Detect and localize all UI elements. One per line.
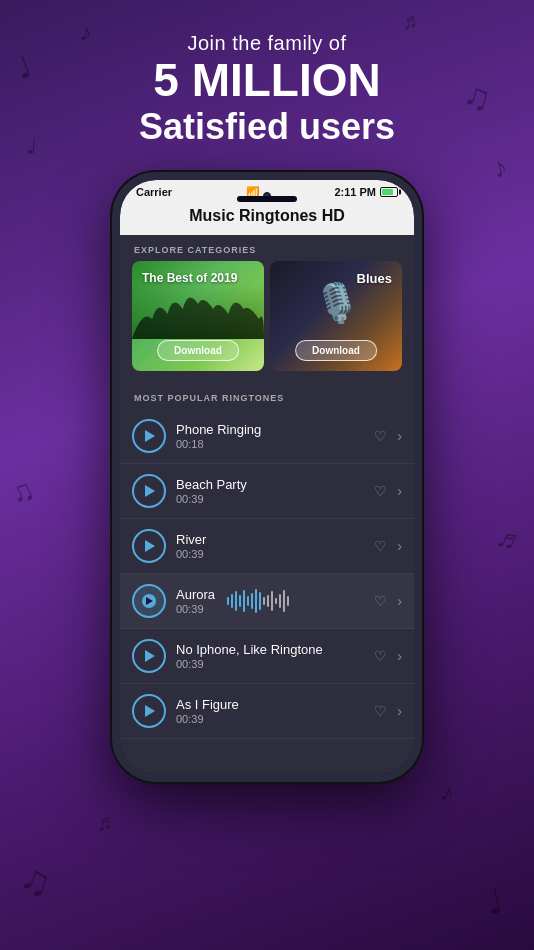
app-title: Music Ringtones HD xyxy=(189,207,345,224)
heart-icon[interactable]: ♡ xyxy=(374,538,387,554)
category-card-blues[interactable]: 🎙️ Blues Download xyxy=(270,261,402,371)
chevron-right-icon[interactable]: › xyxy=(397,703,402,719)
waveform-bar xyxy=(231,594,233,608)
category-download-btn-blues[interactable]: Download xyxy=(295,340,377,361)
battery-icon xyxy=(380,187,398,197)
waveform-bar xyxy=(263,597,265,605)
ringtone-name: Phone Ringing xyxy=(176,422,364,437)
speaker xyxy=(237,196,297,202)
play-button-river[interactable] xyxy=(132,529,166,563)
header-sub2: Satisfied users xyxy=(20,106,514,148)
time-label: 2:11 PM xyxy=(334,186,376,198)
ringtone-name: Beach Party xyxy=(176,477,364,492)
play-icon xyxy=(145,705,155,717)
phone-mockup: Carrier 📶 2:11 PM Music Ringtones HD EXP… xyxy=(112,172,422,782)
playing-indicator xyxy=(142,594,156,608)
ringtone-info: Beach Party 00:39 xyxy=(176,477,364,505)
app-titlebar: Music Ringtones HD xyxy=(120,203,414,235)
waveform-visualization xyxy=(227,587,289,615)
heart-icon[interactable]: ♡ xyxy=(374,483,387,499)
mic-art: 🎙️ xyxy=(313,281,360,325)
categories-section-label: EXPLORE CATEGORIES xyxy=(120,235,414,261)
ringtone-info: Phone Ringing 00:18 xyxy=(176,422,364,450)
chevron-right-icon[interactable]: › xyxy=(397,538,402,554)
ringtone-actions: ♡ › xyxy=(374,538,402,554)
play-icon xyxy=(145,540,155,552)
waveform-row: Aurora 00:39 xyxy=(176,587,364,615)
play-icon xyxy=(145,650,155,662)
waveform-bar xyxy=(259,592,261,610)
waveform-bar xyxy=(251,593,253,609)
ringtone-duration: 00:39 xyxy=(176,493,364,505)
list-item[interactable]: No Iphone, Like Ringtone 00:39 ♡ › xyxy=(120,629,414,684)
chevron-right-icon[interactable]: › xyxy=(397,648,402,664)
popular-section-label: MOST POPULAR RINGTONES xyxy=(120,383,414,409)
ringtone-duration: 00:39 xyxy=(176,658,364,670)
ringtone-info: River 00:39 xyxy=(176,532,364,560)
play-button-no-iphone[interactable] xyxy=(132,639,166,673)
play-button-beach-party[interactable] xyxy=(132,474,166,508)
ringtone-actions: ♡ › xyxy=(374,593,402,609)
waveform-bar xyxy=(283,590,285,612)
heart-icon[interactable]: ♡ xyxy=(374,648,387,664)
play-button-as-i-figure[interactable] xyxy=(132,694,166,728)
battery-fill xyxy=(382,189,393,195)
ringtone-duration: 00:39 xyxy=(176,548,364,560)
waveform-bar xyxy=(243,590,245,612)
ringtone-info: Aurora 00:39 xyxy=(176,587,215,615)
header-main: 5 MILLION xyxy=(20,55,514,106)
ringtone-actions: ♡ › xyxy=(374,483,402,499)
ringtone-actions: ♡ › xyxy=(374,703,402,719)
waveform-bar xyxy=(287,596,289,606)
header-subtitle: Join the family of xyxy=(20,32,514,55)
chevron-right-icon[interactable]: › xyxy=(397,428,402,444)
play-icon xyxy=(145,430,155,442)
list-item[interactable]: River 00:39 ♡ › xyxy=(120,519,414,574)
category-download-btn-best2019[interactable]: Download xyxy=(157,340,239,361)
screen: Carrier 📶 2:11 PM Music Ringtones HD EXP… xyxy=(120,180,414,774)
ringtone-duration: 00:39 xyxy=(176,713,364,725)
play-icon xyxy=(145,485,155,497)
waveform-bar xyxy=(271,591,273,611)
ringtone-actions: ♡ › xyxy=(374,428,402,444)
phone-wrapper: Carrier 📶 2:11 PM Music Ringtones HD EXP… xyxy=(0,172,534,782)
chevron-right-icon[interactable]: › xyxy=(397,483,402,499)
list-item[interactable]: Beach Party 00:39 ♡ › xyxy=(120,464,414,519)
list-item[interactable]: Aurora 00:39 xyxy=(120,574,414,629)
ringtone-duration: 00:18 xyxy=(176,438,364,450)
waveform-bar xyxy=(255,589,257,613)
waveform-bar xyxy=(267,595,269,607)
chevron-right-icon[interactable]: › xyxy=(397,593,402,609)
ringtone-actions: ♡ › xyxy=(374,648,402,664)
heart-icon[interactable]: ♡ xyxy=(374,593,387,609)
ringtone-name: Aurora xyxy=(176,587,215,602)
waveform-bar xyxy=(239,595,241,607)
ringtone-info: No Iphone, Like Ringtone 00:39 xyxy=(176,642,364,670)
carrier-label: Carrier xyxy=(136,186,172,198)
categories-row: The Best of 2019 Download 🎙️ Blues Downl… xyxy=(120,261,414,383)
play-button-aurora[interactable] xyxy=(132,584,166,618)
waveform-bar xyxy=(235,591,237,611)
concert-silhouette xyxy=(132,289,264,339)
ringtone-name: As I Figure xyxy=(176,697,364,712)
ringtone-info: As I Figure 00:39 xyxy=(176,697,364,725)
waveform-bar xyxy=(247,596,249,606)
category-label-blues: Blues xyxy=(357,271,392,286)
category-card-best2019[interactable]: The Best of 2019 Download xyxy=(132,261,264,371)
ringtone-name: No Iphone, Like Ringtone xyxy=(176,642,364,657)
waveform-bar xyxy=(279,594,281,608)
app-content[interactable]: EXPLORE CATEGORIES The Best of 2019 Down… xyxy=(120,235,414,774)
play-button-phone-ringing[interactable] xyxy=(132,419,166,453)
list-item[interactable]: As I Figure 00:39 ♡ › xyxy=(120,684,414,739)
header-section: Join the family of 5 MILLION Satisfied u… xyxy=(0,0,534,164)
category-label-best2019: The Best of 2019 xyxy=(142,271,237,285)
ringtone-name: River xyxy=(176,532,364,547)
heart-icon[interactable]: ♡ xyxy=(374,428,387,444)
list-item[interactable]: Phone Ringing 00:18 ♡ › xyxy=(120,409,414,464)
heart-icon[interactable]: ♡ xyxy=(374,703,387,719)
status-right: 2:11 PM xyxy=(334,186,398,198)
waveform-bar xyxy=(227,597,229,605)
waveform-bar xyxy=(275,598,277,604)
ringtone-duration: 00:39 xyxy=(176,603,215,615)
